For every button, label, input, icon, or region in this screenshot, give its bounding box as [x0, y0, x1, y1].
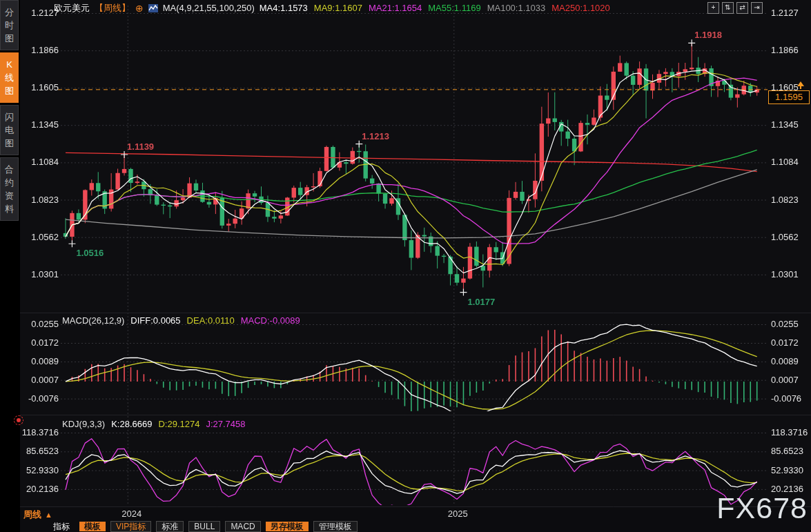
macd-axis-tick-left: 0.0007 [20, 375, 59, 385]
ma-value-3: MA21:1.1654 [369, 3, 422, 13]
kdj-axis-tick-right: 85.6523 [771, 446, 803, 456]
price-annotation: 1.1918 [694, 30, 722, 40]
current-price-tag: 1.1595 [768, 90, 810, 104]
fit-horizontal-icon[interactable]: ⇄ [736, 2, 748, 14]
macd-axis-tick-left: 0.0172 [20, 337, 59, 348]
sidebar-item-label: 合约资料 [4, 163, 14, 215]
kdj-axis-tick-right: 52.9330 [771, 465, 803, 475]
kdj-axis-tick-right: 20.2136 [771, 484, 803, 494]
macd-title: MACD(26,12,9) [62, 315, 124, 326]
macd-axis-tick-right: -0.0076 [771, 393, 801, 404]
macd-axis-tick-right: 0.0089 [771, 356, 799, 366]
pan-icon[interactable]: + [707, 2, 719, 14]
ma-value-4: MA55:1.1169 [428, 3, 480, 13]
indicator-chart-icon [148, 4, 158, 12]
year-label: 2025 [448, 509, 468, 519]
toolbar-button-6[interactable]: MACD [225, 521, 260, 532]
price-axis-tick-left: 1.0562 [20, 232, 59, 242]
macd-axis-tick-left: 0.0255 [20, 319, 59, 329]
macd-value-1: DIFF:0.0065 [130, 315, 180, 326]
price-axis-tick-right: 1.1345 [771, 119, 799, 130]
price-axis-tick-left: 1.1084 [20, 157, 59, 167]
period-selector[interactable]: 周线▲ [23, 509, 52, 521]
price-annotation: 1.0177 [467, 297, 495, 307]
kdj-title: KDJ(9,3,3) [62, 419, 105, 429]
bottom-toolbar: 指标模板VIP指标标准BULLMACD另存模板管理模板 [48, 521, 358, 532]
kdj-header: KDJ(9,3,3) K:28.6669D:29.1274J:27.7458 [62, 419, 246, 429]
price-axis-tick-right: 1.0823 [771, 195, 799, 205]
price-axis-tick-right: 1.2127 [771, 8, 799, 18]
macd-axis-tick-right: 0.0172 [771, 337, 799, 348]
price-annotation: 1.1213 [362, 131, 389, 141]
macd-value-2: DEA:0.0110 [187, 315, 235, 326]
macd-values: DIFF:0.0065DEA:0.0110MACD:-0.0089 [130, 315, 300, 326]
price-annotation: 1.1139 [127, 141, 154, 152]
macd-axis-tick-left: 0.0089 [20, 356, 59, 366]
period-tag: 【周线】 [95, 2, 130, 14]
toolbar-button-3[interactable]: VIP指标 [110, 521, 151, 532]
year-label: 2024 [121, 509, 141, 519]
price-axis-tick-left: 1.1605 [20, 82, 59, 92]
kdj-value-2: D:29.1274 [158, 419, 199, 429]
alert-icon[interactable] [14, 415, 23, 425]
chart-header: 欧元美元 【周线】 ⊕ MA(4,9,21,55,100,250) MA4:1.… [54, 2, 610, 14]
macd-value-3: MACD:-0.0089 [241, 315, 300, 326]
sidebar-item-label: K线图 [4, 58, 14, 97]
ma-value-1: MA4:1.1573 [260, 3, 308, 13]
kdj-value-3: J:27.7458 [206, 419, 245, 429]
macd-header: MACD(26,12,9) DIFF:0.0065DEA:0.0110MACD:… [62, 315, 300, 326]
sidebar-item-1[interactable]: 分时图 [0, 0, 19, 50]
current-price-value: 1.1595 [775, 92, 803, 102]
sidebar: 分时图K线图闪电图合约资料 [0, 0, 20, 532]
chart-canvas[interactable] [0, 0, 811, 532]
ma-value-6: MA250:1.1020 [551, 3, 610, 13]
price-annotation: 1.0516 [76, 248, 104, 258]
trading-app-window: 分时图K线图闪电图合约资料 欧元美元 【周线】 ⊕ MA(4,9,21,55,1… [0, 0, 811, 532]
toolbar-button-5[interactable]: BULL [188, 521, 220, 532]
symbol-title: 欧元美元 [54, 2, 90, 14]
macd-axis-tick-right: 0.0007 [771, 375, 799, 385]
price-axis-tick-right: 1.1866 [771, 45, 799, 55]
price-axis-tick-right: 1.1084 [771, 157, 799, 167]
kdj-value-1: K:28.6669 [111, 419, 152, 429]
price-arrow-icon [797, 81, 805, 90]
toolbar-button-2[interactable]: 模板 [79, 522, 106, 531]
sidebar-item-4[interactable]: 合约资料 [0, 157, 19, 221]
ma-params-label: MA(4,9,21,55,100,250) [163, 3, 255, 13]
macd-axis-tick-left: -0.0076 [20, 393, 59, 404]
kdj-axis-tick-left: 85.6523 [20, 446, 59, 456]
fit-vertical-icon[interactable]: ⇅ [722, 2, 734, 14]
ma-value-2: MA9:1.1607 [314, 3, 362, 13]
reset-scale-icon[interactable]: ⇥ [751, 2, 763, 14]
kdj-axis-tick-left: 20.2136 [20, 484, 59, 494]
price-axis-tick-right: 1.0301 [771, 269, 799, 279]
kdj-axis-tick-right: 118.3716 [771, 427, 808, 437]
price-axis-tick-left: 1.0301 [20, 269, 59, 279]
toolbar-button-1[interactable]: 指标 [48, 522, 75, 531]
period-selector-label: 周线 [23, 509, 41, 520]
price-axis-tick-left: 1.0823 [20, 195, 59, 205]
toolbar-button-7[interactable]: 另存模板 [266, 522, 309, 531]
sidebar-item-3[interactable]: 闪电图 [0, 105, 19, 155]
sidebar-item-2[interactable]: K线图 [0, 52, 19, 103]
sidebar-item-label: 分时图 [4, 6, 14, 45]
time-axis-row: 周线▲ 20242025 [0, 507, 811, 521]
chart-corner-toolbar: +⇅⇄⇥ [707, 2, 763, 14]
ma-values: MA4:1.1573MA9:1.1607MA21:1.1654MA55:1.11… [260, 3, 610, 13]
macd-axis-tick-right: 0.0255 [771, 319, 799, 329]
price-axis-tick-left: 1.1866 [20, 45, 59, 55]
kdj-axis-tick-left: 118.3716 [20, 427, 59, 437]
toolbar-button-8[interactable]: 管理模板 [313, 521, 358, 532]
period-selector-arrow-icon: ▲ [45, 511, 52, 519]
sidebar-item-label: 闪电图 [4, 110, 14, 150]
price-axis-tick-left: 1.1345 [20, 119, 59, 130]
toolbar-button-4[interactable]: 标准 [156, 521, 184, 532]
price-axis-tick-left: 1.2127 [20, 8, 59, 18]
kdj-axis-tick-left: 52.9330 [20, 465, 59, 475]
price-axis-tick-right: 1.0562 [771, 232, 799, 242]
add-indicator-icon[interactable]: ⊕ [135, 3, 144, 14]
ma-value-5: MA100:1.1033 [487, 3, 546, 13]
kdj-values: K:28.6669D:29.1274J:27.7458 [111, 419, 245, 429]
